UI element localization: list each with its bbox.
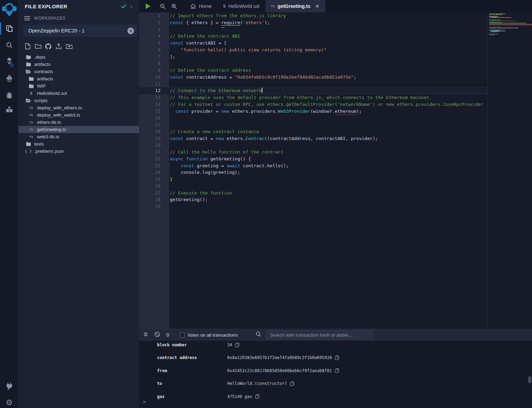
- remix-logo-icon[interactable]: [0, 1, 18, 18]
- upload-folder-icon[interactable]: [66, 43, 72, 50]
- bug-icon: [5, 91, 13, 99]
- tree-item-deploy-with-web3-ts[interactable]: TSdeploy_with_web3.ts: [19, 111, 139, 119]
- code-line[interactable]: 22async function getGreeting() {: [139, 156, 532, 162]
- code-line[interactable]: 7];: [139, 53, 532, 60]
- copy-icon[interactable]: [290, 381, 294, 386]
- code-line[interactable]: 1// Import ethers from the ethers.js lib…: [139, 12, 532, 19]
- tab-getgreeting-ts[interactable]: TSgetGreeting.ts✕: [265, 0, 325, 12]
- code-line[interactable]: 27// Execute the function: [139, 190, 532, 197]
- copy-icon[interactable]: [235, 343, 239, 347]
- text-cursor: [262, 88, 262, 93]
- file-label: deploy_with_ethers.ts: [37, 105, 82, 110]
- tree-item--prettierrc-json[interactable]: { }.prettierrc.json: [19, 148, 139, 155]
- github-icon[interactable]: [45, 43, 52, 50]
- workspaces-menu-icon[interactable]: [24, 16, 30, 20]
- tree-item-artifacts[interactable]: artifacts: [19, 61, 139, 68]
- code-line[interactable]: 19const contract = new ethers.Contract(c…: [139, 135, 532, 142]
- sidebar-item-settings[interactable]: ⚙: [0, 395, 18, 408]
- code-line[interactable]: 4// Define the contract ABI: [139, 33, 532, 40]
- new-file-icon[interactable]: [24, 43, 31, 50]
- sidebar-item-debugger[interactable]: [0, 88, 18, 102]
- terminal-prompt[interactable]: >: [143, 399, 146, 405]
- tree-item-ethers-lib-ts[interactable]: TSethers-lib.ts: [19, 119, 139, 126]
- tab-helloworld-sol[interactable]: SHelloWorld.sol: [217, 0, 265, 12]
- upload-file-icon[interactable]: [55, 43, 62, 50]
- code-line[interactable]: 25}: [139, 176, 532, 183]
- code-line[interactable]: 8: [139, 60, 532, 67]
- code-line[interactable]: 24 console.log(greeting);: [139, 169, 532, 176]
- zoom-out-icon[interactable]: [157, 0, 168, 12]
- code-line[interactable]: 10const contractAddress = "0xb54febb5c0c…: [139, 74, 532, 81]
- code-line[interactable]: 11: [139, 81, 532, 88]
- tab-label: getGreeting.ts: [278, 3, 310, 9]
- code-line[interactable]: 23 const greeting = await contract.hello…: [139, 162, 532, 169]
- close-tab-icon[interactable]: ✕: [315, 3, 319, 9]
- code-line[interactable]: 13// This example uses the default provi…: [139, 94, 532, 101]
- sidebar-item-solidity-compiler[interactable]: [0, 54, 18, 69]
- detail-value: 0x42452c22c88178685850e68beb6cf0f2aeab8f…: [227, 368, 332, 373]
- code-line[interactable]: 29: [139, 203, 532, 210]
- copy-icon[interactable]: [255, 394, 259, 399]
- line-number: 17: [139, 121, 161, 128]
- terminal-scrollbar[interactable]: [528, 376, 531, 383]
- code-line[interactable]: 20: [139, 142, 532, 149]
- tree-item-artifacts[interactable]: artifacts: [19, 75, 139, 82]
- transaction-search-input[interactable]: [266, 330, 373, 339]
- code-line[interactable]: 2const { ethers } = require…('ethers');: [139, 19, 532, 26]
- code-area[interactable]: 1// Import ethers from the ethers.js lib…: [139, 12, 532, 329]
- code-line[interactable]: 18// Create a new contract instance: [139, 128, 532, 135]
- code-line[interactable]: 12// Connect to the Ethereum network: [139, 87, 532, 94]
- listen-transactions-label: listen on all transactions: [188, 332, 238, 338]
- tab-home[interactable]: Home: [185, 0, 217, 12]
- code-line[interactable]: 6 "function hello() public view returns …: [139, 47, 532, 53]
- code-line[interactable]: 17: [139, 121, 532, 128]
- line-number: 11: [139, 81, 161, 88]
- sidebar-item-file-explorer[interactable]: [0, 21, 18, 36]
- tab-label: HelloWorld.sol: [229, 3, 260, 9]
- tree-item-deploy-with-ethers-ts[interactable]: TSdeploy_with_ethers.ts: [19, 104, 139, 111]
- chevron-right-icon[interactable]: ›: [130, 3, 132, 9]
- copy-icon[interactable]: [335, 356, 339, 360]
- tree-item-web3-lib-ts[interactable]: TSweb3-lib.ts: [19, 133, 139, 140]
- code-line[interactable]: 26: [139, 183, 532, 190]
- detail-value: 475149 gas: [227, 394, 252, 399]
- code-line[interactable]: 15 const provider = new ethers.providers…: [139, 108, 532, 115]
- sidebar-item-deploy-run[interactable]: [0, 71, 18, 86]
- tree-item-scripts[interactable]: scripts: [19, 97, 139, 104]
- file-tree: .depsartifactscontractsartifactsWIPSHell…: [19, 53, 139, 155]
- zoom-in-icon[interactable]: [168, 0, 180, 12]
- code-line[interactable]: 9// Define the contract address: [139, 67, 532, 74]
- tree-item-tests[interactable]: tests: [19, 140, 139, 148]
- workspace-updown-icon: [127, 28, 134, 34]
- line-number: 3: [139, 26, 161, 33]
- tree-item-wip[interactable]: WIP: [19, 82, 139, 90]
- run-script-button[interactable]: [139, 0, 157, 12]
- transaction-detail-row: contract address0x8a120383e6057b1f3aef4f…: [139, 354, 532, 361]
- terminal-body: block number34contract address0x8a120383…: [139, 341, 532, 408]
- clear-console-icon[interactable]: [154, 331, 160, 339]
- copy-icon[interactable]: [335, 368, 339, 373]
- code-line[interactable]: 14// For a testnet or custom RPC, use et…: [139, 101, 532, 108]
- code-line[interactable]: 21// Call the hello function of the cont…: [139, 149, 532, 156]
- tree-item-helloworld-sol[interactable]: SHelloWorld.sol: [19, 90, 139, 97]
- file-label: deploy_with_web3.ts: [37, 112, 80, 118]
- tree-item--deps[interactable]: .deps: [19, 53, 139, 61]
- folder-icon: [28, 76, 34, 82]
- active-indicator: [0, 22, 1, 35]
- line-number: 12: [139, 87, 161, 94]
- tree-item-contracts[interactable]: contracts: [19, 68, 139, 75]
- sidebar-item-search[interactable]: [0, 38, 18, 52]
- minimap[interactable]: [488, 12, 532, 329]
- tree-item-getgreeting-ts[interactable]: TSgetGreeting.ts: [19, 126, 139, 133]
- listen-transactions-checkbox[interactable]: [180, 332, 185, 338]
- workspace-select[interactable]: OpenZeppelin ERC20 - 1: [23, 24, 137, 37]
- code-line[interactable]: 16: [139, 115, 532, 121]
- sidebar-item-plugin-manager[interactable]: [0, 379, 18, 393]
- collapse-terminal-icon[interactable]: [143, 332, 148, 338]
- new-folder-icon[interactable]: [35, 43, 41, 50]
- code-line[interactable]: 3: [139, 26, 532, 33]
- code-line[interactable]: 5const contractABI = [: [139, 40, 532, 47]
- sidebar-item-learneth[interactable]: [0, 103, 18, 117]
- code-line[interactable]: 28getGreeting();: [139, 196, 532, 203]
- detail-label: block number: [157, 342, 187, 347]
